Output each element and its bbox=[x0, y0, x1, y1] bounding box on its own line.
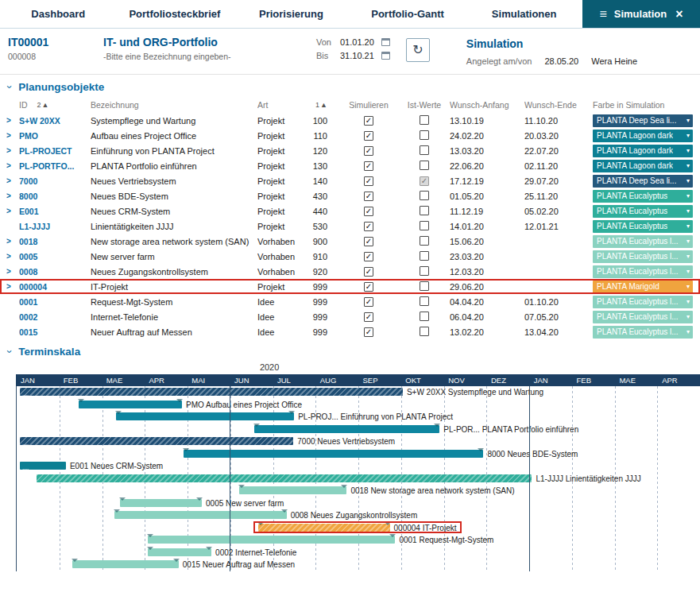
gantt-bar[interactable] bbox=[37, 474, 532, 482]
row-id-link[interactable]: 8000 bbox=[19, 192, 91, 201]
row-id-link[interactable]: E001 bbox=[19, 207, 91, 216]
table-row[interactable]: >PL-PROJECTEinführung von PLANTA Project… bbox=[0, 143, 700, 158]
portfolio-subtitle[interactable]: -Bitte eine Bezeichnung eingeben- bbox=[103, 52, 300, 61]
gantt-bar[interactable]: «« bbox=[20, 462, 66, 470]
row-id-link[interactable]: PMO bbox=[19, 131, 91, 141]
simulieren-checkbox[interactable]: ✓ bbox=[364, 327, 373, 337]
ist-werte-checkbox[interactable] bbox=[420, 221, 429, 230]
tab-dashboard[interactable]: Dashboard bbox=[0, 0, 117, 28]
ist-werte-checkbox[interactable] bbox=[420, 130, 429, 140]
ist-werte-checkbox[interactable]: ✓ bbox=[420, 176, 429, 186]
section-title-planungsobjekte[interactable]: Planungsobjekte bbox=[18, 81, 104, 93]
table-row[interactable]: >S+W 20XXSystempflege und WartungProjekt… bbox=[0, 113, 700, 128]
farbe-dropdown[interactable]: PLANTA Marigold▾ bbox=[593, 281, 693, 293]
simulieren-checkbox[interactable]: ✓ bbox=[364, 176, 373, 186]
tab-portfoliosteckbrief[interactable]: Portfoliosteckbrief bbox=[117, 0, 234, 28]
farbe-dropdown[interactable]: PLANTA Eucalyptus l...▾ bbox=[593, 296, 693, 308]
table-row[interactable]: >0005New server farmVorhaben910✓23.03.20… bbox=[0, 249, 700, 264]
table-row[interactable]: >PL-PORTFO...PLANTA Portfolio einführenP… bbox=[0, 158, 700, 173]
row-id-link[interactable]: 0018 bbox=[19, 237, 91, 246]
col-wunsch-ende[interactable]: Wunsch-Ende bbox=[524, 100, 593, 110]
farbe-dropdown[interactable]: PLANTA Lagoon dark▾ bbox=[593, 130, 693, 142]
col-ist-werte[interactable]: Ist-Werte bbox=[399, 100, 450, 110]
gantt-bar[interactable] bbox=[116, 412, 294, 420]
gantt-bar[interactable]: «« bbox=[20, 388, 403, 396]
ist-werte-checkbox[interactable] bbox=[420, 145, 429, 155]
expand-icon[interactable]: > bbox=[6, 207, 19, 215]
row-id-link[interactable]: PL-PORTFO... bbox=[19, 161, 91, 171]
calendar-icon[interactable] bbox=[381, 38, 390, 46]
simulieren-checkbox[interactable]: ✓ bbox=[364, 297, 373, 307]
table-row[interactable]: >0008Neues ZugangskontrollsystemVorhaben… bbox=[0, 264, 700, 279]
col-id[interactable]: ID 2▲ bbox=[19, 100, 91, 110]
gantt-bar[interactable] bbox=[120, 499, 202, 507]
simulieren-checkbox[interactable]: ✓ bbox=[364, 192, 373, 201]
table-row[interactable]: >E001Neues CRM-SystemProjekt440✓11.12.19… bbox=[0, 203, 700, 219]
table-row[interactable]: 0015Neuer Auftrag auf MessenIdee999✓13.0… bbox=[0, 324, 700, 339]
simulieren-checkbox[interactable]: ✓ bbox=[364, 222, 373, 231]
col-simulieren[interactable]: Simulieren bbox=[338, 100, 399, 110]
expand-icon[interactable]: > bbox=[6, 146, 19, 155]
gantt-bar[interactable] bbox=[114, 511, 287, 519]
gantt-bar[interactable] bbox=[254, 425, 439, 433]
ist-werte-checkbox[interactable] bbox=[420, 327, 429, 336]
close-icon[interactable]: × bbox=[675, 8, 683, 21]
expand-icon[interactable]: > bbox=[6, 116, 19, 125]
row-id-link[interactable]: 0002 bbox=[19, 312, 91, 322]
tab-priorisierung[interactable]: Priorisierung bbox=[233, 0, 350, 28]
row-id-link[interactable]: 000004 bbox=[19, 282, 91, 292]
farbe-dropdown[interactable]: PLANTA Eucalyptus l...▾ bbox=[593, 235, 693, 248]
table-row[interactable]: 0002Internet-TelefonieIdee999✓06.04.2007… bbox=[0, 309, 700, 324]
ist-werte-checkbox[interactable] bbox=[420, 281, 429, 291]
collapse-icon[interactable]: › bbox=[4, 350, 16, 353]
farbe-dropdown[interactable]: PLANTA Lagoon dark▾ bbox=[593, 160, 693, 172]
farbe-dropdown[interactable]: PLANTA Deep Sea li...▾ bbox=[593, 175, 693, 188]
table-row[interactable]: >7000Neues VertriebsystemProjekt140✓✓17.… bbox=[0, 173, 700, 188]
farbe-dropdown[interactable]: PLANTA Eucalyptus▾ bbox=[593, 220, 693, 233]
gantt-bar[interactable] bbox=[239, 486, 347, 494]
gantt-bar[interactable] bbox=[184, 450, 484, 458]
von-date-value[interactable]: 01.01.20 bbox=[340, 37, 374, 47]
gantt-bar[interactable] bbox=[79, 401, 182, 408]
ist-werte-checkbox[interactable] bbox=[420, 296, 429, 306]
row-id-link[interactable]: S+W 20XX bbox=[19, 116, 91, 126]
table-row[interactable]: >8000Neues BDE-SystemProjekt430✓01.05.20… bbox=[0, 188, 700, 203]
tab-portfolio-gantt[interactable]: Portfolio-Gantt bbox=[350, 0, 466, 28]
table-row[interactable]: 0001Request-Mgt-SystemIdee999✓04.04.2001… bbox=[0, 294, 700, 309]
ist-werte-checkbox[interactable] bbox=[420, 266, 429, 276]
col-wunsch-anfang[interactable]: Wunsch-Anfang bbox=[450, 100, 524, 110]
row-id-link[interactable]: 0015 bbox=[19, 327, 91, 337]
ist-werte-checkbox[interactable] bbox=[420, 206, 429, 215]
bis-date-value[interactable]: 31.10.21 bbox=[340, 51, 374, 60]
gantt-bar[interactable] bbox=[148, 536, 395, 544]
row-id-link[interactable]: 0001 bbox=[19, 297, 91, 307]
expand-icon[interactable]: > bbox=[6, 252, 19, 261]
simulieren-checkbox[interactable]: ✓ bbox=[364, 161, 373, 171]
table-row[interactable]: >PMOAufbau eines Project OfficeProjekt11… bbox=[0, 128, 700, 143]
col-bezeichnung[interactable]: Bezeichnung bbox=[91, 100, 257, 110]
row-id-link[interactable]: PL-PROJECT bbox=[19, 146, 91, 156]
simulieren-checkbox[interactable]: ✓ bbox=[364, 252, 373, 261]
simulieren-checkbox[interactable]: ✓ bbox=[364, 116, 373, 126]
table-row[interactable]: >0018New storage area network system (SA… bbox=[0, 234, 700, 249]
farbe-dropdown[interactable]: PLANTA Eucalyptus l...▾ bbox=[593, 250, 693, 263]
col-farbe[interactable]: Farbe in Simulation bbox=[593, 100, 695, 110]
calendar-icon[interactable] bbox=[381, 52, 390, 60]
simulieren-checkbox[interactable]: ✓ bbox=[364, 207, 373, 216]
row-id-link[interactable]: L1-JJJJ bbox=[19, 222, 91, 231]
row-id-link[interactable]: 7000 bbox=[19, 176, 91, 186]
menu-icon[interactable]: ≡ bbox=[599, 8, 606, 21]
gantt-bar[interactable] bbox=[148, 548, 211, 556]
collapse-icon[interactable]: › bbox=[4, 85, 16, 88]
simulieren-checkbox[interactable]: ✓ bbox=[364, 312, 373, 322]
ist-werte-checkbox[interactable] bbox=[420, 251, 429, 261]
farbe-dropdown[interactable]: PLANTA Lagoon dark▾ bbox=[593, 145, 693, 157]
gantt-bar[interactable] bbox=[72, 560, 179, 568]
row-id-link[interactable]: 0008 bbox=[19, 267, 91, 277]
expand-icon[interactable]: > bbox=[6, 282, 19, 291]
tab-simulation-active[interactable]: ≡ Simulation × bbox=[582, 0, 700, 28]
section-title-terminskala[interactable]: Terminskala bbox=[18, 346, 80, 358]
ist-werte-checkbox[interactable] bbox=[420, 161, 429, 170]
expand-icon[interactable]: > bbox=[6, 237, 19, 246]
expand-icon[interactable]: > bbox=[6, 267, 19, 276]
